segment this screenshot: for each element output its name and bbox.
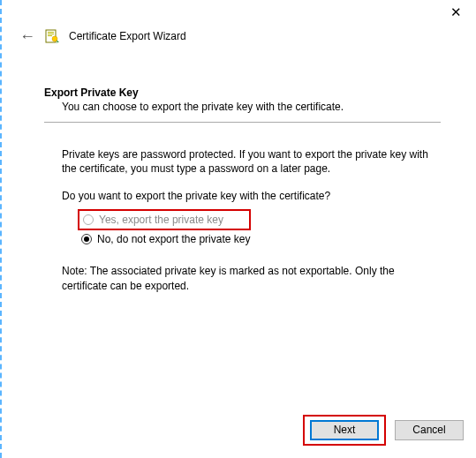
note-text: Note: The associated private key is mark… [62,264,441,292]
radio-no-label: No, do not export the private key [97,233,250,245]
divider [44,122,441,123]
prompt-text: Do you want to export the private key wi… [62,190,441,202]
wizard-footer: Next Cancel [303,415,464,446]
svg-rect-2 [48,34,54,34]
section-heading: Export Private Key [44,86,441,99]
wizard-title: Certificate Export Wizard [69,30,186,42]
cancel-button[interactable]: Cancel [395,420,464,440]
certificate-icon [44,28,60,44]
radio-yes-label: Yes, export the private key [99,214,223,226]
svg-rect-1 [48,32,54,33]
radio-icon [83,214,94,225]
export-key-radio-group: Yes, export the private key No, do not e… [62,209,441,248]
back-arrow-icon[interactable]: ← [19,28,35,44]
next-button[interactable]: Next [310,420,379,440]
close-icon[interactable]: ✕ [443,4,469,16]
next-highlight: Next [303,415,386,446]
radio-no-export[interactable]: No, do not export the private key [78,230,441,248]
svg-point-4 [52,36,57,41]
wizard-header: ← Certificate Export Wizard [2,23,476,49]
svg-rect-3 [48,35,52,36]
section-subheading: You can choose to export the private key… [44,101,441,113]
intro-text: Private keys are password protected. If … [62,147,441,176]
radio-icon [81,234,92,244]
radio-yes-export: Yes, export the private key [78,209,251,230]
